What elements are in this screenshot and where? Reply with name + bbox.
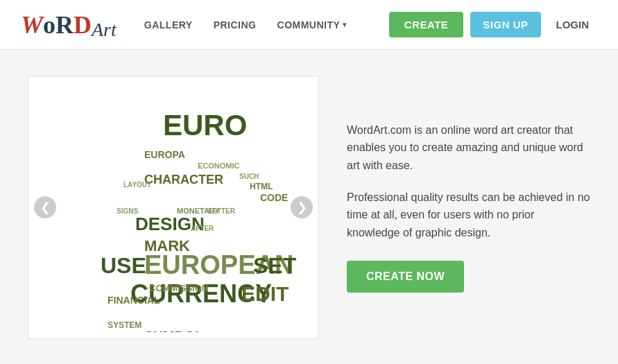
description-1: WordArt.com is an online word art creato… <box>347 121 590 175</box>
logo-d: D <box>74 11 92 39</box>
nav-gallery[interactable]: GALLERY <box>144 19 193 31</box>
word-cloud-word: SYMBOL <box>144 329 204 332</box>
logo-r: R <box>55 11 74 39</box>
word-cloud-word: SET <box>253 253 296 279</box>
login-button[interactable]: LOGIN <box>548 12 598 37</box>
word-cloud-word: LETTER <box>208 207 235 215</box>
word-cloud-word: EDIT <box>241 282 289 306</box>
word-cloud-word: EUROPA <box>144 149 185 160</box>
logo-w: W <box>21 11 43 39</box>
main-content: ❮ EUROEUROPAECONOMICSUCHHTMLCHARACTERCOD… <box>0 50 618 364</box>
word-cloud-word: SYSTEM <box>108 320 141 330</box>
header-actions: CREATE SIGN UP LOGIN <box>389 12 597 37</box>
signup-button[interactable]: SIGN UP <box>470 12 540 37</box>
create-now-button[interactable]: CREATE NOW <box>347 261 464 293</box>
word-cloud-word: ECONOMIC <box>198 162 240 170</box>
word-cloud-word: SUCH <box>239 173 259 180</box>
main-nav: GALLERY PRICING COMMUNITY ▾ <box>144 19 389 31</box>
word-cloud-word: LAYOUT <box>123 181 151 189</box>
nav-community[interactable]: COMMUNITY ▾ <box>277 19 347 31</box>
word-art-carousel: ❮ EUROEUROPAECONOMICSUCHHTMLCHARACTERCOD… <box>28 76 319 339</box>
carousel-prev-button[interactable]: ❮ <box>34 196 56 218</box>
header: WoRD Art GALLERY PRICING COMMUNITY ▾ CRE… <box>0 0 618 50</box>
logo-art: Art <box>92 19 117 41</box>
community-dropdown-arrow: ▾ <box>343 21 347 28</box>
word-cloud-word: AFTER <box>191 225 214 232</box>
word-cloud-word: EURO <box>163 109 247 142</box>
word-cloud-word: CHARACTER <box>144 173 223 187</box>
create-button[interactable]: CREATE <box>389 12 464 37</box>
logo-o: o <box>43 11 55 39</box>
nav-pricing[interactable]: PRICING <box>214 19 257 31</box>
word-art-display: EUROEUROPAECONOMICSUCHHTMLCHARACTERCODEL… <box>42 83 305 332</box>
word-cloud-word: CODE <box>260 192 288 203</box>
right-content: WordArt.com is an online word art creato… <box>347 121 590 293</box>
word-cloud-word: COMMISSION <box>149 283 208 293</box>
description-2: Professional quality results can be achi… <box>347 189 590 242</box>
carousel-next-button[interactable]: ❯ <box>291 196 313 218</box>
word-cloud-word: FINANCIAL <box>108 295 160 306</box>
logo: WoRD Art <box>21 10 117 40</box>
word-cloud-word: HTML <box>250 182 273 191</box>
word-cloud-word: USE <box>101 253 146 279</box>
logo-word: WoRD <box>21 10 92 40</box>
